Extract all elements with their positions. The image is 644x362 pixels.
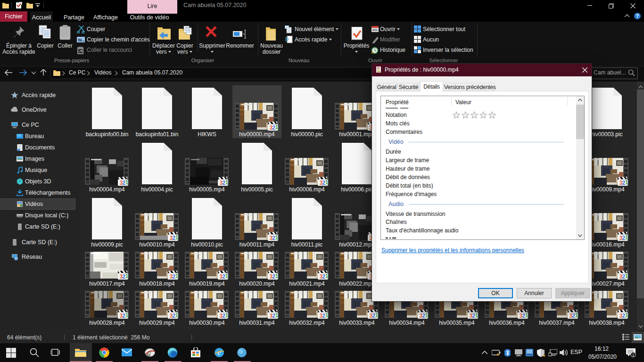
svg-text:W: W bbox=[78, 38, 82, 42]
svg-text:!: ! bbox=[544, 354, 544, 357]
svg-text:?: ? bbox=[636, 13, 639, 19]
svg-text:!: ! bbox=[497, 353, 498, 356]
svg-text:1: 1 bbox=[632, 353, 635, 357]
svg-text:e: e bbox=[217, 348, 221, 356]
svg-text:321: 321 bbox=[372, 28, 378, 32]
